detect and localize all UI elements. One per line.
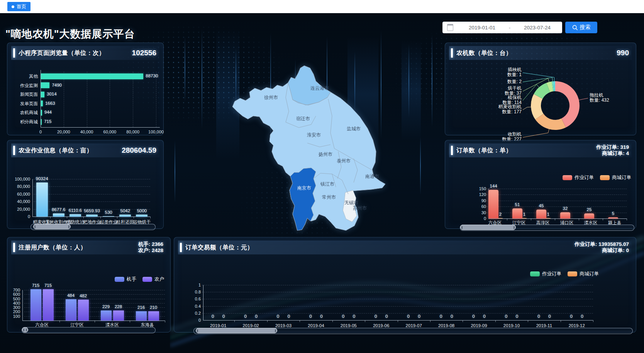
stat-line: 农户: 2428 (138, 247, 163, 254)
y-tick-label: 700 (0, 288, 20, 292)
jiangsu-map[interactable]: 徐州市连云港市宿迁市淮安市盐城市扬州市泰州市南通市南京市镇江市常州市无锡市苏州市 (216, 54, 398, 236)
axis-tick-mark (365, 320, 365, 322)
donut-label-qty: 数量: 432 (590, 98, 609, 103)
datazoom-grip[interactable] (26, 329, 27, 331)
gridline (64, 72, 64, 127)
datazoom-handle[interactable] (22, 327, 28, 333)
bar[interactable] (31, 289, 41, 321)
datazoom-grip[interactable] (461, 226, 463, 229)
bar[interactable] (41, 82, 49, 88)
bar[interactable] (103, 216, 114, 217)
datazoom-slider[interactable] (22, 327, 156, 333)
axis-tick-mark (463, 320, 463, 322)
bar[interactable] (36, 182, 48, 217)
stat-line: 商城订单: 4 (596, 150, 629, 157)
city-label-淮安市: 淮安市 (307, 132, 321, 138)
bar[interactable] (78, 300, 89, 321)
gridline (133, 72, 133, 127)
datazoom-slider[interactable] (193, 328, 633, 334)
panel-stats: 作业订单: 319 商城订单: 4 (596, 144, 632, 157)
home-tab[interactable]: 首页 (7, 2, 31, 11)
bar[interactable] (136, 311, 147, 321)
donut-label: 拖拉机数量: 432 (590, 93, 609, 103)
bar[interactable] (41, 101, 43, 106)
datazoom-grip[interactable] (68, 225, 69, 228)
category-label: 新闻页面 (7, 92, 38, 97)
donut-label-line (523, 129, 549, 137)
legend-label: 商城订单 (580, 271, 599, 277)
gridline (87, 72, 87, 127)
donut-label: 数量: 2 (471, 79, 522, 84)
datazoom-slider[interactable] (460, 225, 634, 231)
date-start-field[interactable]: 2019-01-01 (457, 25, 507, 31)
legend-item[interactable]: 商城订单 (568, 271, 599, 277)
datazoom-grip[interactable] (23, 329, 24, 331)
bar[interactable] (66, 299, 76, 321)
bar[interactable] (584, 213, 594, 218)
gridline (202, 306, 593, 307)
x-tick-label: 100,000 (144, 130, 168, 134)
magnifier-icon (572, 25, 578, 31)
category-label: 作业监测 (7, 83, 38, 89)
tab-dot-icon (12, 5, 14, 8)
y-tick-label: 0 (8, 214, 30, 219)
bar[interactable] (522, 218, 527, 219)
bar[interactable] (119, 215, 131, 217)
datazoom-slider[interactable] (31, 224, 156, 230)
farm-work-chart: 020,00040,00060,00080,000100,000稻麦收割玉米收割… (7, 157, 163, 229)
datazoom-grip[interactable] (197, 329, 198, 332)
bg-streak-line (420, 137, 421, 195)
datazoom-grip[interactable] (34, 225, 36, 228)
date-range-picker[interactable]: 2019-01-01 - 2023-07-24 (442, 22, 562, 33)
value-label: 32 (554, 206, 577, 211)
donut-label: 稻麦收割机数量: 177 (471, 104, 522, 114)
gridline (483, 189, 627, 189)
donut-label-name: 拖拉机 (590, 93, 609, 98)
bar[interactable] (113, 310, 124, 321)
bar[interactable] (69, 214, 81, 217)
datazoom-handle[interactable] (460, 225, 516, 230)
legend-item[interactable]: 作业订单 (563, 174, 594, 181)
legend-item[interactable]: 作业订单 (530, 271, 561, 277)
value-label: 0 (473, 314, 496, 319)
bar[interactable] (136, 215, 147, 217)
date-end-field[interactable]: 2023-07-24 (512, 25, 562, 31)
bar[interactable] (546, 218, 551, 219)
datazoom-grip[interactable] (275, 329, 276, 332)
bar[interactable] (41, 110, 42, 116)
legend-item[interactable]: 商城订单 (600, 174, 631, 181)
bar[interactable] (101, 310, 112, 321)
donut-label-qty: 数量: 2 (471, 79, 522, 84)
bar[interactable] (608, 217, 618, 218)
bar[interactable] (560, 212, 570, 218)
value-label: 88730 (146, 73, 158, 78)
axis-tick-mark (495, 320, 496, 322)
y-tick-label: 0 (178, 318, 201, 322)
bar[interactable] (498, 218, 503, 219)
donut-label: 插秧机数量: 1 (471, 67, 522, 77)
legend-item[interactable]: 农户 (142, 276, 164, 283)
bar[interactable] (53, 213, 64, 217)
datazoom-grip[interactable] (514, 226, 515, 229)
bar[interactable] (41, 73, 143, 79)
y-tick-label: 0.2 (178, 311, 201, 315)
bar[interactable] (41, 119, 42, 125)
axis-tick-mark (332, 320, 333, 322)
legend-swatch (530, 271, 540, 276)
bar[interactable] (43, 289, 54, 321)
panel-page-views: 小程序页面浏览量（单位：次） 102556 020,00040,00060,00… (7, 43, 164, 135)
datazoom-handle[interactable] (196, 328, 277, 333)
legend-item[interactable]: 机手 (115, 276, 136, 283)
search-button-label: 搜索 (580, 24, 591, 31)
datazoom-handle[interactable] (33, 224, 71, 229)
search-button[interactable]: 搜索 (565, 22, 597, 33)
y-axis-line (32, 179, 33, 217)
gridline (483, 194, 627, 195)
bar[interactable] (148, 311, 159, 321)
stat-line: 商城订单: 0 (575, 247, 629, 254)
x-tick-label: 80,000 (121, 130, 144, 134)
bar[interactable] (41, 92, 44, 97)
city-label-徐州市: 徐州市 (264, 95, 278, 100)
bar[interactable] (86, 215, 98, 217)
category-label: 2019-12 (553, 323, 601, 328)
